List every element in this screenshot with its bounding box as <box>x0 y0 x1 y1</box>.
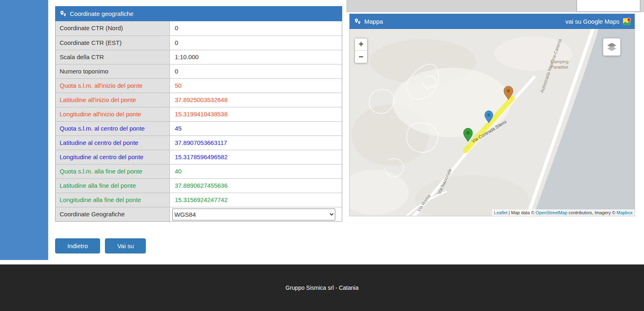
page: Coordinate geografiche Coordinate CTR (N… <box>0 0 644 311</box>
row-label: Coordinate CTR (EST) <box>56 36 170 50</box>
table-row: Latitudine al centro del ponte37.8907053… <box>56 136 342 150</box>
zoom-control: + − <box>354 38 368 63</box>
clipped-element <box>577 0 640 12</box>
zoom-in-button[interactable]: + <box>355 38 367 51</box>
row-value: 0 <box>170 64 342 78</box>
layers-icon <box>606 42 617 52</box>
row-value: 15.3178596496582 <box>170 150 342 164</box>
table-row: Coordinate CTR (Nord)0 <box>56 21 342 36</box>
row-value: 0 <box>170 36 342 50</box>
row-label: Longitudine alla fine del ponte <box>56 193 170 207</box>
row-value: 37.8907053663117 <box>170 136 342 150</box>
footer: Gruppo Sismica srl - Catania <box>0 264 644 311</box>
row-label: Quota s.l.m. al centro del ponte <box>56 122 170 136</box>
coordinates-panel: Coordinate geografiche Coordinate CTR (N… <box>55 6 342 222</box>
map-pins-icon <box>59 10 67 18</box>
row-value: 40 <box>170 164 342 178</box>
row-label: Numero toponimo <box>56 64 170 78</box>
map-panel-header: Mappa vai su Google Maps <box>350 14 635 29</box>
row-label: Quota s.l.m. all'inizio del ponte <box>56 79 170 93</box>
table-row: Quota s.l.m. all'inizio del ponte50 <box>56 78 342 93</box>
row-value: 37.8890627455636 <box>170 179 342 193</box>
row-label: Coordinate Geografiche <box>56 207 170 221</box>
coordinates-table: Coordinate CTR (Nord)0Coordinate CTR (ES… <box>55 21 342 222</box>
row-label: Latitudine alla fine del ponte <box>56 179 170 193</box>
map-panel: Mappa vai su Google Maps <box>349 13 635 216</box>
row-value: 15.3156924247742 <box>170 193 342 207</box>
layers-control[interactable] <box>603 38 621 56</box>
table-row: Quota s.l.m. alla fine del ponte40 <box>56 164 342 178</box>
row-label: Longitudine all'inizio del ponte <box>56 107 170 121</box>
footer-text: Gruppo Sismica srl - Catania <box>285 284 359 291</box>
attribution-text-1: | Map data © <box>508 210 536 215</box>
table-row: Latitudine alla fine del ponte37.8890627… <box>56 178 342 193</box>
map-panel-title: Mappa <box>364 18 383 25</box>
table-row: Coordinate CTR (EST)0 <box>56 36 342 50</box>
openstreetmap-link[interactable]: OpenStreetMap <box>536 210 568 215</box>
row-label: Longitudine al centro del ponte <box>56 150 170 164</box>
coordinate-system-select[interactable]: WGS84 <box>172 209 335 220</box>
coordinates-panel-title: Coordinate geografiche <box>70 10 134 17</box>
row-label: Latitudine all'inizio del ponte <box>56 93 170 107</box>
table-row: Quota s.l.m. al centro del ponte45 <box>56 121 342 136</box>
row-label: Quota s.l.m. alla fine del ponte <box>56 164 170 178</box>
table-row: Longitudine alla fine del ponte15.315692… <box>56 193 342 207</box>
google-maps-icon <box>622 17 631 26</box>
sidebar <box>0 0 48 260</box>
google-maps-link[interactable]: vai su Google Maps <box>565 14 631 29</box>
row-value: 15.3199410438538 <box>170 107 342 121</box>
mapbox-link[interactable]: Mapbox <box>617 210 633 215</box>
table-row: Scala della CTR1:10.000 <box>56 50 342 64</box>
row-value: WGS84 <box>170 207 342 221</box>
google-maps-link-label: vai su Google Maps <box>565 18 619 25</box>
map[interactable]: Autostrada Messina-Catania Camping Parad… <box>350 29 635 216</box>
row-value: 50 <box>170 79 342 93</box>
vai-su-button[interactable]: Vai su <box>105 238 146 253</box>
row-value: 37.8925003532648 <box>170 93 342 107</box>
row-value: 1:10.000 <box>170 50 342 64</box>
row-label: Coordinate CTR (Nord) <box>56 21 170 36</box>
row-value: 45 <box>170 122 342 136</box>
coordinates-panel-header: Coordinate geografiche <box>55 6 342 21</box>
table-row: Longitudine al centro del ponte15.317859… <box>56 150 342 164</box>
table-row: Longitudine all'inizio del ponte15.31994… <box>56 107 342 121</box>
map-attribution: Leaflet | Map data © OpenStreetMap contr… <box>492 209 635 216</box>
table-row: Coordinate GeograficheWGS84 <box>56 207 342 221</box>
map-pins-icon <box>354 18 361 25</box>
zoom-out-button[interactable]: − <box>355 51 367 63</box>
table-row: Latitudine all'inizio del ponte37.892500… <box>56 93 342 107</box>
indietro-button[interactable]: Indietro <box>55 238 100 253</box>
clipped-top-strip <box>346 0 644 12</box>
row-value: 0 <box>170 21 342 36</box>
row-label: Latitudine al centro del ponte <box>56 136 170 150</box>
attribution-text-2: contributors, Imagery © <box>567 210 617 215</box>
action-buttons: Indietro Vai su <box>55 238 149 253</box>
map-canvas <box>350 29 635 216</box>
row-label: Scala della CTR <box>56 50 170 64</box>
leaflet-link[interactable]: Leaflet <box>494 210 508 215</box>
table-row: Numero toponimo0 <box>56 64 342 78</box>
